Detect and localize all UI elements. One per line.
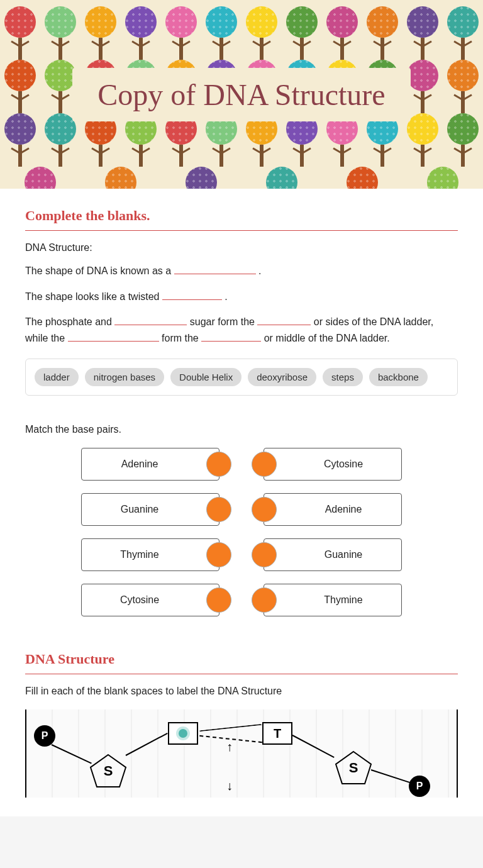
match-column-right: CytosineAdenineGuanineThymine [264, 448, 402, 616]
fill-line-1: The shape of DNA is known as a . [25, 263, 458, 279]
text: sugar form the [190, 316, 258, 327]
match-label: Guanine [325, 549, 363, 560]
word-chip[interactable]: backbone [369, 368, 428, 386]
match-connector-dot[interactable] [206, 452, 231, 477]
match-item[interactable]: Thymine [81, 538, 219, 571]
section-heading: Complete the blanks. [25, 208, 458, 224]
match-column-left: AdenineGuanineThymineCytosine [81, 448, 219, 616]
blank-input[interactable] [174, 264, 256, 274]
match-connector-dot[interactable] [252, 452, 277, 477]
text: form the [162, 333, 201, 343]
section-complete-blanks: Complete the blanks. DNA Structure: The … [25, 208, 458, 616]
blank-input[interactable] [162, 290, 222, 300]
match-connector-dot[interactable] [252, 497, 277, 522]
subtitle: DNA Structure: [25, 242, 458, 253]
instruction-text: Fill in each of the blank spaces to labe… [25, 686, 458, 697]
match-label: Cytosine [120, 594, 159, 606]
match-connector-dot[interactable] [206, 497, 231, 522]
hydrogen-bond [199, 724, 262, 732]
match-item[interactable]: Adenine [264, 493, 402, 526]
section-heading: DNA Structure [25, 651, 458, 667]
text: or middle of the DNA ladder. [264, 333, 390, 343]
match-connector-dot[interactable] [206, 587, 231, 613]
blank-input[interactable] [114, 315, 187, 325]
word-chip[interactable]: nitrogen bases [85, 368, 164, 386]
match-item[interactable]: Guanine [264, 538, 402, 571]
content-area: Complete the blanks. DNA Structure: The … [0, 189, 483, 816]
sugar-label: S [335, 750, 372, 785]
match-item[interactable]: Guanine [81, 493, 219, 526]
dna-diagram[interactable]: P S ↑ ↓ T S P [25, 709, 458, 798]
svg-marker-1 [336, 752, 371, 784]
section-dna-structure: DNA Structure Fill in each of the blank … [25, 651, 458, 798]
match-connector-dot[interactable] [206, 542, 231, 567]
match-connector-dot[interactable] [252, 587, 277, 613]
match-connector-dot[interactable] [252, 542, 277, 567]
match-label: Adenine [325, 504, 362, 515]
text: . [258, 265, 261, 276]
section-divider [25, 674, 458, 674]
page-title: Copy of DNA Structure [97, 77, 385, 112]
bond-line [371, 769, 410, 783]
arrow-up-icon: ↑ [226, 740, 233, 754]
word-chip[interactable]: steps [323, 368, 363, 386]
base-box-blank[interactable] [168, 722, 198, 745]
bond-line [52, 744, 92, 764]
blank-input[interactable] [257, 315, 311, 325]
svg-marker-0 [91, 755, 126, 787]
blank-input[interactable] [68, 331, 159, 342]
answer-marker-icon [179, 729, 187, 738]
fill-line-2: The shape looks like a twisted . [25, 289, 458, 305]
match-item[interactable]: Thymine [264, 584, 402, 616]
title-banner: Copy of DNA Structure [72, 68, 410, 121]
arrow-down-icon: ↓ [226, 779, 233, 793]
word-chip[interactable]: ladder [35, 368, 79, 386]
match-label: Adenine [121, 459, 158, 470]
match-label: Guanine [121, 504, 159, 515]
phosphate-label: P [34, 725, 55, 747]
bond-line [126, 733, 168, 756]
base-box-t: T [262, 722, 292, 745]
text: The phosphate and [25, 316, 114, 327]
sugar-label: S [89, 754, 127, 788]
text: . [225, 291, 227, 302]
bond-line [292, 735, 335, 758]
header-banner: Copy of DNA Structure [0, 0, 483, 189]
blank-input[interactable] [201, 331, 261, 342]
text: The shape of DNA is known as a [25, 265, 174, 276]
text: The shape looks like a twisted [25, 291, 162, 302]
match-label: Thymine [120, 549, 158, 560]
match-label: Thymine [324, 594, 362, 606]
match-item[interactable]: Cytosine [264, 448, 402, 481]
word-chip[interactable]: deoxyribose [248, 368, 316, 386]
phosphate-label: P [409, 776, 430, 797]
match-item[interactable]: Cytosine [81, 584, 219, 616]
match-heading: Match the base pairs. [25, 424, 458, 435]
word-bank: laddernitrogen basesDouble Helixdeoxyrib… [25, 359, 458, 396]
match-label: Cytosine [324, 459, 363, 470]
match-container: AdenineGuanineThymineCytosine CytosineAd… [25, 448, 458, 616]
fill-line-3: The phosphate and sugar form the or side… [25, 314, 458, 346]
match-item[interactable]: Adenine [81, 448, 219, 481]
section-divider [25, 230, 458, 231]
word-chip[interactable]: Double Helix [170, 368, 242, 386]
